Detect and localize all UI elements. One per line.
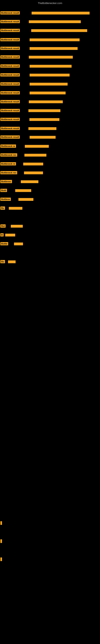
- bottleneck-badge[interactable]: Bottle: [0, 242, 8, 245]
- bottleneck-bar: [30, 136, 56, 139]
- bottleneck-bar: [24, 154, 47, 156]
- bottleneck-bar: [5, 234, 15, 236]
- bottleneck-badge[interactable]: Bottleneck result: [0, 100, 20, 103]
- bottleneck-badge[interactable]: Bottleneck result: [0, 109, 20, 112]
- bottleneck-bar: [24, 172, 43, 174]
- bottleneck-badge[interactable]: Bo: [0, 206, 5, 210]
- bottleneck-bar: [11, 225, 23, 228]
- bottleneck-bar: [15, 189, 31, 192]
- bottleneck-bar: [8, 260, 16, 263]
- small-bar-indicator: [0, 558, 2, 561]
- bottleneck-bar: [30, 83, 68, 86]
- bottleneck-badge[interactable]: Bottleneck res: [0, 153, 17, 156]
- bottleneck-badge[interactable]: Bottleneck res: [0, 171, 17, 174]
- bottleneck-bar: [28, 127, 56, 130]
- bottleneck-badge[interactable]: Bo: [0, 260, 5, 263]
- bottleneck-bar: [25, 145, 49, 148]
- bottleneck-bar: [30, 38, 80, 41]
- bottleneck-bar: [29, 56, 73, 58]
- bottleneck-bar: [29, 118, 59, 121]
- bottleneck-badge[interactable]: Bottleneck result: [0, 55, 20, 58]
- bottleneck-bar: [30, 47, 78, 50]
- bottleneck-badge[interactable]: Bottleneck result: [0, 47, 20, 50]
- bottleneck-badge[interactable]: B: [0, 233, 3, 236]
- bottleneck-bar: [18, 198, 33, 201]
- bottleneck-bar: [32, 12, 90, 14]
- bottleneck-badge[interactable]: Bottleneck result: [0, 64, 20, 68]
- bottleneck-badge[interactable]: Bottleneck re: [0, 162, 16, 166]
- bottleneck-badge[interactable]: Bottleneck result: [0, 11, 20, 14]
- bottleneck-badge[interactable]: Bottleneck result: [0, 82, 20, 86]
- bottleneck-badge[interactable]: Bottleneck result: [0, 20, 20, 23]
- bottleneck-bar: [23, 162, 43, 166]
- bottleneck-badge[interactable]: Bottleneck result: [0, 91, 20, 94]
- bottleneck-bar: [28, 109, 60, 112]
- bottleneck-badge[interactable]: Bottleneck result: [0, 127, 20, 130]
- bottleneck-bar: [29, 100, 63, 103]
- bottleneck-badge[interactable]: Bottleneck result: [0, 118, 20, 121]
- bottleneck-badge[interactable]: Bottl: [0, 189, 7, 192]
- bottleneck-bar: [30, 74, 70, 76]
- bottleneck-badge[interactable]: Bottlenec: [0, 180, 12, 183]
- small-bar-indicator: [0, 539, 2, 543]
- bottleneck-bar: [31, 29, 87, 32]
- bottleneck-badge[interactable]: Bottleneck result: [0, 73, 20, 76]
- bottleneck-bar: [14, 242, 23, 245]
- bottleneck-badge[interactable]: Bottleneck result: [0, 29, 20, 32]
- bottleneck-bar: [29, 20, 81, 23]
- bottleneck-bar: [30, 65, 72, 68]
- bottleneck-bar: [30, 92, 66, 94]
- bottleneck-badge[interactable]: Bottleneck result: [0, 136, 20, 139]
- bottleneck-badge[interactable]: Bottleneck re: [0, 144, 16, 148]
- bottleneck-badge[interactable]: Bottlene: [0, 198, 11, 201]
- bottleneck-badge[interactable]: Bot: [0, 224, 6, 228]
- bottleneck-bar: [21, 180, 38, 183]
- bottleneck-bar: [9, 207, 22, 210]
- bottleneck-badge[interactable]: Bottleneck result: [0, 38, 20, 41]
- small-bar-indicator: [0, 521, 2, 525]
